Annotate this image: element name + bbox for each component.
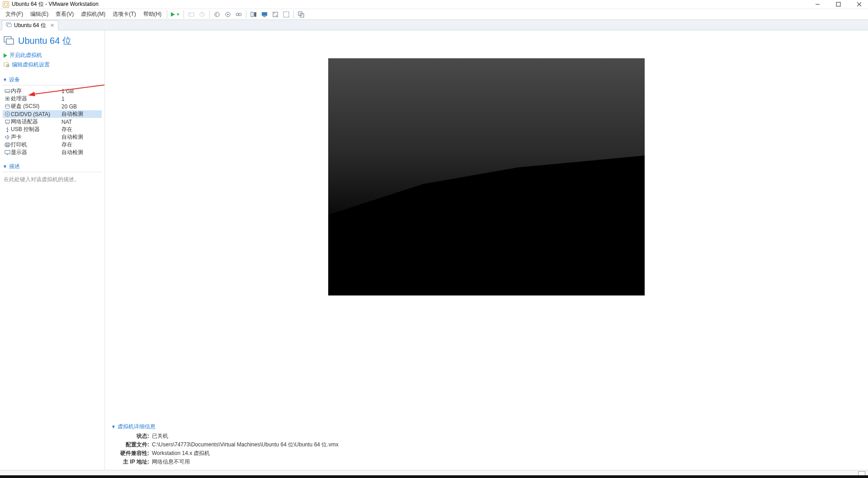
vm-title: Ubuntu 64 位 (18, 35, 71, 47)
device-row-cpu[interactable]: 处理器1 (3, 95, 102, 103)
device-value: NAT (61, 119, 72, 125)
edit-settings-label: 编辑虚拟机设置 (12, 61, 50, 69)
svg-rect-38 (5, 120, 9, 123)
power-on-button[interactable]: ▼ (169, 12, 182, 17)
snapshot-revert-icon[interactable] (212, 9, 222, 19)
device-row-sound[interactable]: 声卡自动检测 (3, 133, 102, 141)
device-name: 处理器 (11, 95, 61, 103)
toolbar-separator (209, 10, 210, 19)
device-value: 存在 (61, 141, 72, 149)
vm-details-header-label: 虚拟机详细信息 (118, 423, 156, 431)
device-value: 存在 (61, 126, 72, 133)
unity-mode-icon[interactable] (296, 9, 307, 19)
svg-point-9 (227, 14, 229, 15)
svg-point-7 (215, 12, 219, 17)
vm-icon (6, 22, 12, 29)
tab-label: Ubuntu 64 位 (14, 22, 46, 29)
snapshot-manager-icon[interactable] (233, 9, 244, 19)
description-header-label: 描述 (9, 163, 20, 170)
vm-screen-thumbnail[interactable] (328, 58, 645, 295)
power-on-label: 开启此虚拟机 (9, 52, 42, 59)
menu-file[interactable]: 文件(F) (2, 9, 27, 19)
menu-vm[interactable]: 虚拟机(M) (77, 9, 109, 19)
caret-down-icon: ▼ (3, 77, 7, 82)
snapshot-manage-icon[interactable] (222, 9, 233, 19)
svg-rect-14 (262, 12, 267, 16)
detail-value: Workstation 14.x 虚拟机 (152, 450, 210, 457)
device-name: CD/DVD (SATA) (11, 111, 61, 117)
svg-point-11 (239, 13, 241, 16)
vmware-app-icon (3, 1, 9, 8)
send-ctrl-alt-del-icon (186, 9, 197, 19)
display-icon (4, 150, 11, 155)
svg-rect-17 (283, 12, 289, 17)
device-row-net[interactable]: 网络适配器NAT (3, 118, 102, 126)
detail-line: 状态:已关机 (111, 432, 861, 441)
snapshot-take-icon (197, 9, 208, 19)
chevron-down-icon[interactable]: ▼ (176, 12, 180, 17)
toolbar-separator (293, 10, 294, 19)
svg-point-36 (5, 112, 9, 116)
detail-key: 状态: (119, 432, 149, 440)
devices-list: 内存1 GB处理器1硬盘 (SCSI)20 GBCD/DVD (SATA)自动检… (3, 87, 102, 156)
detail-line: 配置文件:C:\Users\74773\Documents\Virtual Ma… (111, 441, 861, 449)
device-row-printer[interactable]: 打印机存在 (3, 141, 102, 149)
svg-rect-1 (836, 2, 840, 6)
window-title: Ubuntu 64 位 - VMware Workstation (12, 0, 99, 8)
usb-icon (4, 127, 11, 132)
memory-icon (4, 88, 11, 94)
detail-value: 已关机 (152, 432, 168, 440)
minimize-button[interactable] (811, 0, 824, 9)
description-placeholder[interactable]: 在此处键入对该虚拟机的描述。 (3, 174, 102, 185)
toolbar-separator (246, 10, 246, 19)
cpu-icon (4, 96, 11, 102)
device-value: 自动检测 (61, 149, 83, 156)
close-button[interactable] (853, 0, 865, 9)
titlebar: Ubuntu 64 位 - VMware Workstation (0, 0, 868, 9)
menu-help[interactable]: 帮助(H) (140, 9, 165, 19)
stretch-guest-icon[interactable] (270, 9, 281, 19)
fullscreen-icon[interactable] (281, 9, 292, 19)
device-name: 网络适配器 (11, 118, 61, 126)
content-area: ▼ 虚拟机详细信息 状态:已关机配置文件:C:\Users\74773\Docu… (105, 30, 868, 470)
device-row-disk[interactable]: 硬盘 (SCSI)20 GB (3, 103, 102, 110)
svg-rect-21 (7, 24, 11, 27)
play-icon (171, 12, 175, 17)
disk-icon (4, 103, 11, 109)
sound-icon (4, 134, 11, 140)
device-value: 自动检测 (61, 110, 83, 118)
edit-vm-settings-link[interactable]: 编辑虚拟机设置 (3, 60, 102, 70)
device-value: 自动检测 (61, 133, 83, 141)
menu-tabs[interactable]: 选项卡(T) (109, 9, 139, 19)
net-icon (4, 119, 11, 125)
device-row-usb[interactable]: USB 控制器存在 (3, 126, 102, 133)
menu-view[interactable]: 查看(V) (52, 9, 77, 19)
menu-edit[interactable]: 编辑(E) (27, 9, 52, 19)
device-row-cd[interactable]: CD/DVD (SATA)自动检测 (3, 110, 102, 118)
device-row-memory[interactable]: 内存1 GB (3, 87, 102, 95)
tab-vm[interactable]: Ubuntu 64 位 ✕ (2, 20, 58, 30)
menubar: 文件(F) 编辑(E) 查看(V) 虚拟机(M) 选项卡(T) 帮助(H) ▼ (0, 9, 868, 20)
svg-rect-5 (189, 14, 190, 14)
svg-rect-13 (254, 12, 256, 17)
vm-details-header[interactable]: ▼ 虚拟机详细信息 (111, 423, 861, 431)
os-taskbar (0, 475, 868, 478)
description-section-header[interactable]: ▼ 描述 (3, 163, 102, 170)
svg-rect-12 (251, 12, 253, 17)
toolbar-separator (167, 10, 167, 19)
detail-key: 配置文件: (119, 441, 149, 449)
device-name: 声卡 (11, 133, 61, 141)
power-on-vm-link[interactable]: 开启此虚拟机 (3, 51, 102, 60)
svg-rect-23 (6, 39, 14, 44)
devices-section-header[interactable]: ▼ 设备 (3, 76, 102, 84)
show-console-icon[interactable] (248, 9, 259, 19)
device-row-display[interactable]: 显示器自动检测 (3, 149, 102, 156)
svg-rect-4 (189, 13, 194, 16)
device-name: USB 控制器 (11, 126, 61, 133)
detail-line: 硬件兼容性:Workstation 14.x 虚拟机 (111, 449, 861, 458)
thumbnail-view-icon[interactable] (259, 9, 270, 19)
tab-close-icon[interactable]: ✕ (50, 23, 54, 28)
maximize-button[interactable] (832, 0, 844, 9)
vm-preview-area (105, 30, 868, 419)
detail-line: 主 IP 地址:网络信息不可用 (111, 458, 861, 466)
